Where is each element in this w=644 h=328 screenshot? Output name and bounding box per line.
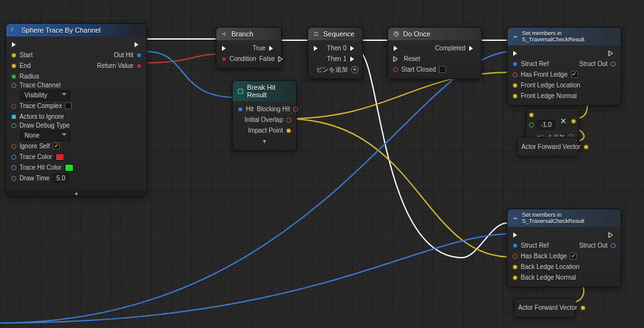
svg-rect-4 bbox=[514, 218, 517, 219]
node-header[interactable]: Break Hit Result bbox=[233, 81, 296, 101]
multiply-icon: × bbox=[560, 116, 566, 127]
node-sequence[interactable]: Sequence Then 0 Then 1 ピンを追加+ bbox=[308, 27, 363, 79]
node-sphere-trace[interactable]: f Sphere Trace By Channel Start Out Hit … bbox=[6, 23, 147, 197]
expand-chevron-icon[interactable]: ▾ bbox=[263, 138, 266, 145]
node-title: Branch bbox=[231, 30, 253, 38]
add-pin-button[interactable]: + bbox=[351, 66, 358, 74]
node-do-once[interactable]: Do Once Completed Reset Start Closed bbox=[387, 27, 482, 79]
node-header[interactable]: Branch bbox=[216, 28, 281, 40]
node-title: Sphere Trace By Channel bbox=[21, 26, 101, 34]
check-trace-complex[interactable] bbox=[65, 102, 72, 109]
node-title: Set members in S_TraversalCheckResult bbox=[522, 30, 616, 43]
pin-ignore-self[interactable] bbox=[11, 144, 16, 149]
pin-blocking-hit[interactable] bbox=[293, 107, 298, 112]
node-set-members-front[interactable]: Set members in S_TraversalCheckResult St… bbox=[507, 27, 621, 106]
exec-completed-pin[interactable] bbox=[469, 45, 476, 52]
pin-struct-out[interactable] bbox=[611, 62, 616, 67]
svg-rect-3 bbox=[514, 36, 517, 38]
pin-front-loc[interactable] bbox=[513, 83, 518, 88]
node-title: Break Hit Result bbox=[247, 84, 291, 99]
node-branch[interactable]: Branch True Condition False bbox=[216, 27, 282, 68]
pin-back-loc[interactable] bbox=[513, 265, 518, 270]
draw-time-value[interactable]: 5.0 bbox=[53, 173, 69, 183]
check-has-back-ledge[interactable] bbox=[570, 253, 577, 260]
branch-icon bbox=[221, 31, 228, 37]
pin-actors-ignore[interactable] bbox=[11, 114, 16, 119]
pin-struct-ref[interactable] bbox=[513, 243, 518, 248]
pin-struct-ref[interactable] bbox=[513, 62, 518, 67]
struct-icon bbox=[513, 33, 518, 40]
mult-value[interactable]: -1.0 bbox=[537, 120, 555, 129]
node-header[interactable]: f Sphere Trace By Channel bbox=[6, 24, 147, 36]
node-actor-forward-2[interactable]: Actor Forward Vector bbox=[514, 298, 575, 317]
pin-start[interactable] bbox=[11, 53, 16, 58]
node-header[interactable]: Set members in S_TraversalCheckResult bbox=[508, 28, 621, 45]
check-start-closed[interactable] bbox=[439, 66, 446, 73]
node-title: Do Once bbox=[403, 30, 430, 38]
exec-out-pin[interactable] bbox=[134, 41, 142, 48]
exec-in-pin[interactable] bbox=[221, 45, 229, 52]
check-ignore-self[interactable] bbox=[53, 143, 60, 150]
exec-out-pin[interactable] bbox=[608, 50, 616, 57]
pin-end[interactable] bbox=[11, 63, 16, 68]
struct-icon bbox=[238, 88, 243, 94]
pin-struct-out[interactable] bbox=[611, 243, 616, 248]
sequence-icon bbox=[313, 31, 319, 37]
pin-back-normal[interactable] bbox=[513, 275, 518, 280]
node-title: Set members in S_TraversalCheckResult bbox=[522, 212, 616, 224]
pin-hit-in[interactable] bbox=[238, 107, 243, 112]
node-break-hit[interactable]: Break Hit Result Hit Blocking Hit Initia… bbox=[232, 80, 297, 151]
exec-then0-pin[interactable] bbox=[350, 45, 357, 52]
pin-initial-overlap[interactable] bbox=[286, 118, 291, 123]
svg-rect-2 bbox=[238, 89, 243, 94]
pin-mult-b[interactable] bbox=[529, 123, 534, 128]
pin-start-closed[interactable] bbox=[393, 67, 398, 72]
node-header[interactable]: Do Once bbox=[388, 28, 481, 40]
pin-trace-complex[interactable] bbox=[11, 104, 16, 109]
doonce-icon bbox=[393, 31, 399, 37]
function-icon: f bbox=[11, 27, 18, 33]
pin-impact-point[interactable] bbox=[286, 128, 291, 133]
swatch-trace-color[interactable] bbox=[55, 153, 64, 161]
pin-mult-a[interactable] bbox=[529, 112, 534, 118]
pin-front-normal[interactable] bbox=[513, 94, 518, 99]
svg-text:f: f bbox=[11, 27, 14, 33]
exec-reset-pin[interactable] bbox=[393, 56, 401, 62]
pin-has-front-ledge[interactable] bbox=[513, 72, 518, 77]
expand-toggle[interactable] bbox=[6, 190, 147, 196]
exec-in-pin[interactable] bbox=[393, 45, 401, 52]
node-set-members-back[interactable]: Set members in S_TraversalCheckResult St… bbox=[507, 209, 621, 287]
swatch-trace-hit-color[interactable] bbox=[65, 164, 74, 172]
pin-forward-out[interactable] bbox=[584, 145, 589, 150]
pin-trace-hit-color[interactable] bbox=[11, 165, 16, 170]
exec-in-pin[interactable] bbox=[11, 41, 19, 48]
exec-true-pin[interactable] bbox=[269, 45, 276, 52]
pin-has-back-ledge[interactable] bbox=[513, 254, 518, 259]
exec-in-pin[interactable] bbox=[513, 50, 520, 57]
exec-out-pin[interactable] bbox=[608, 232, 616, 238]
pin-mult-out[interactable] bbox=[571, 119, 576, 124]
node-actor-forward-1[interactable]: Actor Forward Vector bbox=[517, 137, 579, 156]
pin-trace-color[interactable] bbox=[11, 155, 16, 160]
exec-in-pin[interactable] bbox=[513, 232, 520, 238]
pin-forward-out[interactable] bbox=[580, 305, 586, 310]
trace-channel-select[interactable]: Visibility bbox=[20, 90, 70, 101]
pin-radius[interactable] bbox=[11, 74, 16, 79]
exec-then1-pin[interactable] bbox=[350, 56, 357, 62]
struct-icon bbox=[513, 215, 518, 221]
pin-condition[interactable] bbox=[221, 57, 226, 62]
node-header[interactable]: Set members in S_TraversalCheckResult bbox=[508, 209, 621, 227]
pin-return-value[interactable] bbox=[136, 63, 142, 68]
exec-in-pin[interactable] bbox=[313, 45, 321, 52]
pin-out-hit[interactable] bbox=[136, 53, 142, 58]
check-has-front-ledge[interactable] bbox=[571, 71, 578, 78]
node-title: Sequence bbox=[323, 30, 355, 38]
pin-draw-debug[interactable] bbox=[11, 123, 16, 128]
pin-draw-time[interactable] bbox=[11, 176, 16, 181]
exec-false-pin[interactable] bbox=[278, 56, 286, 62]
pin-trace-channel[interactable] bbox=[11, 83, 16, 88]
node-header[interactable]: Sequence bbox=[308, 28, 362, 40]
draw-debug-select[interactable]: None bbox=[20, 130, 70, 141]
